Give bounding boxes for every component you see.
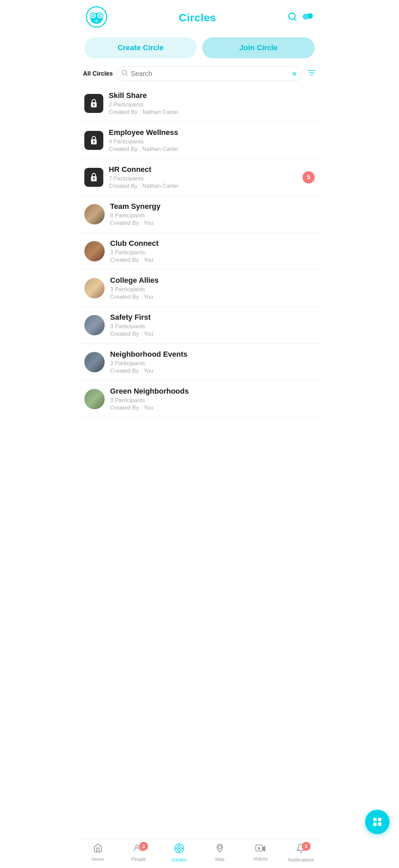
circles-nav-label: Circles — [172, 857, 187, 863]
circle-participants: 3 Participants — [110, 397, 315, 404]
circle-item[interactable]: $ HR Connect 7 Participants Created By :… — [78, 159, 321, 196]
circle-list: $ Skill Share 2 Participants Created By … — [78, 85, 321, 418]
nav-item-circles[interactable]: Circles — [159, 843, 200, 863]
bottom-nav: Home 3 People Circles Map Videos 5 Notif… — [78, 840, 321, 868]
circle-participants: 3 Participants — [110, 323, 315, 330]
circle-item[interactable]: College Allies 3 Participants Created By… — [78, 270, 321, 307]
people-nav-label: People — [131, 856, 146, 862]
photo-avatar — [84, 204, 105, 224]
search-clear-icon[interactable]: ✕ — [292, 70, 297, 78]
header: Circles — [78, 0, 321, 33]
create-circle-button[interactable]: Create Circle — [84, 37, 197, 58]
circle-name: Neighborhood Events — [110, 350, 315, 359]
nav-item-people[interactable]: 3 People — [118, 843, 159, 863]
search-box-icon — [121, 70, 128, 78]
home-nav-icon — [93, 843, 103, 855]
circle-name: Green Neighborhoods — [110, 387, 315, 396]
unread-badge: 5 — [302, 171, 315, 183]
chat-icon[interactable] — [302, 12, 313, 24]
circle-name: Team Synergy — [110, 202, 315, 211]
circle-info: Green Neighborhoods 3 Participants Creat… — [110, 387, 315, 411]
circle-creator: Created By : You — [110, 257, 315, 263]
svg-line-11 — [294, 18, 296, 20]
nav-item-notifications[interactable]: 5 Notifications — [281, 843, 321, 863]
circle-name: Safety First — [110, 313, 315, 322]
circle-creator: Created By : You — [110, 405, 315, 411]
circle-item[interactable]: Safety First 3 Participants Created By :… — [78, 307, 321, 344]
home-nav-label: Home — [91, 856, 104, 862]
svg-point-47 — [218, 846, 221, 849]
circle-creator: Created By : You — [110, 294, 315, 300]
nav-badge-notifications: 5 — [302, 842, 311, 851]
circle-name: Skill Share — [109, 91, 315, 100]
action-buttons: Create Circle Join Circle — [78, 33, 321, 64]
svg-point-7 — [99, 15, 101, 17]
circle-name: College Allies — [110, 276, 315, 285]
svg-point-42 — [178, 848, 180, 849]
circle-participants: 2 Participants — [109, 101, 315, 108]
circle-item[interactable]: $ Skill Share 2 Participants Created By … — [78, 85, 321, 122]
circle-participants: 7 Participants — [109, 175, 297, 182]
circle-creator: Created By : You — [110, 220, 315, 226]
map-nav-label: Map — [215, 856, 224, 862]
videos-nav-icon — [255, 843, 266, 855]
circle-name: Employee Wellness — [109, 128, 315, 137]
nav-item-map[interactable]: Map — [200, 843, 240, 863]
svg-point-38 — [135, 845, 139, 848]
join-circle-button[interactable]: Join Circle — [202, 37, 315, 58]
svg-marker-50 — [258, 847, 261, 850]
circle-item[interactable]: Club Connect 3 Participants Created By :… — [78, 233, 321, 270]
lock-avatar: $ — [84, 168, 103, 187]
circle-item[interactable]: Green Neighborhoods 3 Participants Creat… — [78, 381, 321, 418]
svg-marker-49 — [262, 846, 265, 852]
photo-avatar — [84, 352, 105, 372]
search-input[interactable] — [131, 70, 289, 78]
circle-info: College Allies 3 Participants Created By… — [110, 276, 315, 300]
svg-point-41 — [177, 846, 182, 851]
nav-item-videos[interactable]: Videos — [240, 843, 281, 863]
circle-creator: Created By : Nathan Carter — [109, 109, 315, 116]
circle-participants: 8 Participants — [110, 212, 315, 219]
svg-point-6 — [92, 15, 94, 17]
circle-participants: 3 Participants — [110, 286, 315, 293]
photo-avatar — [84, 241, 105, 261]
svg-point-14 — [303, 15, 308, 19]
circle-info: Skill Share 2 Participants Created By : … — [109, 91, 315, 116]
search-icon[interactable] — [288, 12, 297, 24]
svg-line-16 — [126, 74, 127, 76]
all-circles-label: All Circles — [83, 70, 113, 77]
photo-avatar — [84, 315, 105, 335]
circle-name: Club Connect — [110, 239, 315, 248]
header-actions — [288, 12, 313, 24]
search-box: ✕ — [116, 66, 302, 81]
circle-info: HR Connect 7 Participants Created By : N… — [109, 165, 297, 190]
circle-participants: 4 Participants — [109, 138, 315, 145]
photo-avatar — [84, 278, 105, 298]
notifications-nav-label: Notifications — [288, 857, 314, 863]
circle-creator: Created By : Nathan Carter — [109, 183, 297, 190]
photo-avatar — [84, 389, 105, 409]
svg-rect-9 — [94, 21, 99, 22]
circle-item[interactable]: Neighborhood Events 3 Participants Creat… — [78, 344, 321, 381]
circle-name: HR Connect — [109, 165, 297, 174]
circle-participants: 3 Participants — [110, 249, 315, 256]
circle-info: Employee Wellness 4 Participants Created… — [109, 128, 315, 153]
app-logo — [86, 6, 107, 29]
nav-item-home[interactable]: Home — [78, 843, 118, 863]
circle-creator: Created By : You — [110, 368, 315, 374]
circle-info: Neighborhood Events 3 Participants Creat… — [110, 350, 315, 374]
circle-info: Safety First 3 Participants Created By :… — [110, 313, 315, 337]
circles-nav-icon — [174, 843, 184, 856]
videos-nav-label: Videos — [253, 856, 268, 862]
circle-item[interactable]: $ Employee Wellness 4 Participants Creat… — [78, 122, 321, 159]
circle-creator: Created By : You — [110, 331, 315, 337]
circle-info: Team Synergy 8 Participants Created By :… — [110, 202, 315, 226]
circle-creator: Created By : Nathan Carter — [109, 146, 315, 153]
filter-icon[interactable] — [307, 69, 316, 79]
circle-item[interactable]: Team Synergy 8 Participants Created By :… — [78, 196, 321, 233]
search-row: All Circles ✕ — [78, 64, 321, 85]
map-nav-icon — [215, 843, 225, 855]
circle-participants: 3 Participants — [110, 360, 315, 367]
circle-info: Club Connect 3 Participants Created By :… — [110, 239, 315, 263]
lock-avatar: $ — [84, 131, 103, 150]
